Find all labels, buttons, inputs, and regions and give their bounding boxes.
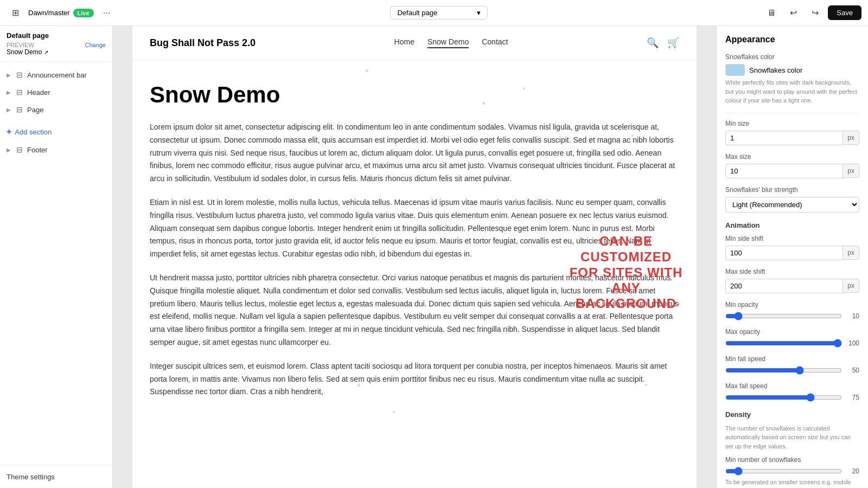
min-snowflakes-label: Min number of snowflakes xyxy=(725,456,859,464)
max-fall-speed-range-row: 75 xyxy=(725,393,859,402)
blur-strength-row: Snowflakes' blur strength None Light (Re… xyxy=(725,186,859,213)
site-header-icons: 🔍 🛒 xyxy=(647,37,679,49)
color-swatch[interactable] xyxy=(725,64,745,76)
save-button[interactable]: Save xyxy=(828,5,861,20)
nav-snow-demo[interactable]: Snow Demo xyxy=(427,37,469,48)
min-fall-speed-value: 50 xyxy=(846,367,859,374)
max-fall-speed-label: Max fall speed xyxy=(725,382,859,390)
topbar: ⊞ Dawn/master Live ··· Default page ▾ 🖥 … xyxy=(0,0,868,26)
min-fall-speed-range-row: 50 xyxy=(725,366,859,375)
max-fall-speed-value: 75 xyxy=(846,394,859,401)
content-body: Lorem ipsum dolor sit amet, consectetur … xyxy=(150,121,679,399)
site-title: Bug Shall Not Pass 2.0 xyxy=(150,37,256,49)
min-snowflakes-description: To be generated on smaller screens e.g. … xyxy=(725,478,859,488)
canvas: Bug Shall Not Pass 2.0 Home Snow Demo Co… xyxy=(113,26,716,488)
live-badge: Live xyxy=(73,9,94,17)
sidebar-item-label: Header xyxy=(27,88,50,97)
sidebar-item-announcement-bar[interactable]: ▶ ⊟ Announcement bar xyxy=(0,66,112,84)
color-swatch-value: Snowflakes color xyxy=(749,66,802,74)
sidebar: Default page PREVIEW Change Snow Demo ↗ … xyxy=(0,26,113,488)
expand-icon: ▶ xyxy=(7,107,11,113)
header-icon: ⊟ xyxy=(16,88,23,97)
expand-icon: ▶ xyxy=(7,72,11,78)
page-heading: Snow Demo xyxy=(150,82,679,108)
panel-title: Appearance xyxy=(725,35,859,44)
cart-icon[interactable]: 🛒 xyxy=(667,37,679,49)
max-side-shift-unit: px xyxy=(843,279,859,293)
animation-section-title: Animation xyxy=(725,221,859,229)
sidebar-footer: Theme settings xyxy=(0,465,112,488)
density-section-title: Density xyxy=(725,410,859,419)
min-opacity-slider[interactable] xyxy=(725,312,842,320)
redo-button[interactable]: ↪ xyxy=(806,4,824,22)
min-snowflakes-range-row: 20 xyxy=(725,467,859,476)
min-opacity-value: 10 xyxy=(846,312,859,320)
max-opacity-slider[interactable] xyxy=(725,339,842,348)
sidebar-item-label: Page xyxy=(27,106,43,114)
undo-button[interactable]: ↩ xyxy=(784,4,802,22)
max-size-input[interactable] xyxy=(725,164,843,178)
desktop-icon-button[interactable]: 🖥 xyxy=(763,4,780,22)
search-icon[interactable]: 🔍 xyxy=(647,37,659,49)
sidebar-preview-row: PREVIEW Change xyxy=(7,42,106,48)
nav-home[interactable]: Home xyxy=(394,37,414,48)
min-opacity-row: Min opacity 10 xyxy=(725,301,859,320)
min-size-row: Min size px xyxy=(725,120,859,145)
sidebar-item-footer[interactable]: ▶ ⊟ Footer xyxy=(0,141,112,158)
blur-strength-select[interactable]: None Light (Recommended) Medium Strong xyxy=(725,197,859,213)
topbar-right: 🖥 ↩ ↪ Save xyxy=(763,4,861,22)
chevron-down-icon: ▾ xyxy=(477,9,481,17)
page-selector-value: Default page xyxy=(397,9,437,17)
site-name: Dawn/master xyxy=(28,9,70,17)
max-size-label: Max size xyxy=(725,153,859,160)
add-section-button[interactable]: + Add section xyxy=(0,123,112,141)
page-icon: ⊟ xyxy=(16,105,23,114)
min-fall-speed-label: Min fall speed xyxy=(725,355,859,363)
page-selector[interactable]: Default page ▾ xyxy=(390,6,488,20)
change-link[interactable]: Change xyxy=(85,42,106,48)
nav-contact[interactable]: Contact xyxy=(482,37,508,48)
min-opacity-range-row: 10 xyxy=(725,312,859,320)
more-options-button[interactable]: ··· xyxy=(98,4,116,22)
grid-icon-button[interactable]: ⊞ xyxy=(7,4,24,22)
paragraph-1: Lorem ipsum dolor sit amet, consectetur … xyxy=(150,121,679,185)
preview-label: PREVIEW xyxy=(7,42,34,48)
min-size-input-row: px xyxy=(725,131,859,145)
min-size-label: Min size xyxy=(725,120,859,127)
min-snowflakes-slider[interactable] xyxy=(725,467,842,476)
site-header: Bug Shall Not Pass 2.0 Home Snow Demo Co… xyxy=(132,26,697,60)
canvas-inner: Bug Shall Not Pass 2.0 Home Snow Demo Co… xyxy=(132,26,697,488)
sidebar-item-page[interactable]: ▶ ⊟ Page xyxy=(0,101,112,118)
min-side-shift-input[interactable] xyxy=(725,246,843,260)
max-size-row: Max size px xyxy=(725,153,859,178)
max-opacity-range-row: 100 xyxy=(725,339,859,348)
snowflakes-color-description: White perfectly fits sites with dark bac… xyxy=(725,78,859,105)
min-size-input[interactable] xyxy=(725,131,843,145)
main-layout: Default page PREVIEW Change Snow Demo ↗ … xyxy=(0,26,868,488)
topbar-left: ⊞ Dawn/master Live ··· xyxy=(7,4,116,22)
external-link-icon: ↗ xyxy=(44,49,48,55)
color-swatch-row: Snowflakes color xyxy=(725,64,859,76)
max-side-shift-row: Max side shift px xyxy=(725,268,859,293)
sidebar-item-header[interactable]: ▶ ⊟ Header xyxy=(0,84,112,101)
topbar-center: Default page ▾ xyxy=(120,6,759,20)
plus-icon: + xyxy=(7,127,11,137)
snowflakes-color-label: Snowflakes color xyxy=(725,53,859,61)
blur-strength-label: Snowflakes' blur strength xyxy=(725,186,859,194)
site-label: Dawn/master Live xyxy=(28,9,94,17)
right-panel: Appearance Snowflakes color Snowflakes c… xyxy=(716,26,868,488)
min-side-shift-unit: px xyxy=(843,246,859,260)
min-side-shift-row: Min side shift px xyxy=(725,235,859,260)
paragraph-3: Ut hendrerit massa justo, porttitor ultr… xyxy=(150,272,679,349)
max-opacity-row: Max opacity 100 xyxy=(725,328,859,348)
max-side-shift-input[interactable] xyxy=(725,279,843,293)
preview-page-name: Snow Demo xyxy=(7,48,42,56)
snowflakes-color-row: Snowflakes color Snowflakes color White … xyxy=(725,53,859,105)
min-snowflakes-row: Min number of snowflakes 20 To be genera… xyxy=(725,456,859,488)
max-opacity-value: 100 xyxy=(846,339,859,347)
min-fall-speed-slider[interactable] xyxy=(725,366,842,375)
max-fall-speed-slider[interactable] xyxy=(725,393,842,402)
max-size-input-row: px xyxy=(725,164,859,178)
theme-settings-link[interactable]: Theme settings xyxy=(7,473,55,481)
content-area: Snow Demo Lorem ipsum dolor sit amet, co… xyxy=(132,60,697,431)
